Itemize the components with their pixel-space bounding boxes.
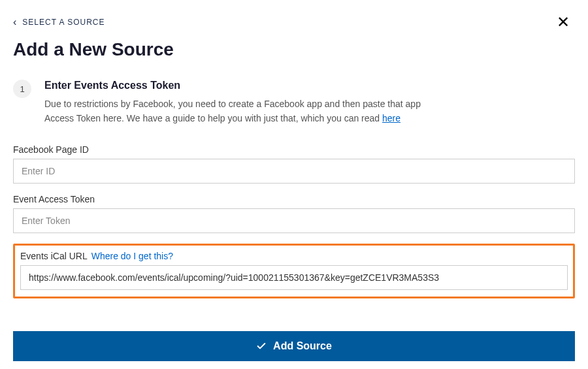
close-icon: ✕ — [557, 13, 570, 31]
access-token-label: Event Access Token — [13, 194, 575, 204]
add-source-label: Add Source — [273, 340, 332, 352]
page-title: Add a New Source — [13, 39, 575, 60]
chevron-left-icon: ‹ — [13, 17, 17, 27]
highlighted-ical-section: Events iCal URL Where do I get this? — [13, 244, 575, 298]
back-label: SELECT A SOURCE — [22, 18, 105, 27]
field-access-token: Event Access Token — [13, 194, 575, 233]
step-description: Due to restrictions by Facebook, you nee… — [44, 97, 449, 126]
check-icon — [256, 341, 267, 351]
ical-url-input[interactable] — [20, 265, 568, 290]
field-facebook-page-id: Facebook Page ID — [13, 144, 575, 184]
guide-link[interactable]: here — [382, 113, 400, 123]
ical-help-link[interactable]: Where do I get this? — [91, 251, 173, 261]
close-button[interactable]: ✕ — [551, 12, 575, 33]
back-link[interactable]: ‹ SELECT A SOURCE — [13, 17, 105, 27]
ical-url-label: Events iCal URL — [20, 251, 88, 261]
page-id-input[interactable] — [13, 159, 575, 184]
page-id-label: Facebook Page ID — [13, 144, 575, 155]
step-title: Enter Events Access Token — [44, 80, 575, 91]
add-source-button[interactable]: Add Source — [13, 331, 575, 361]
step-1: 1 Enter Events Access Token Due to restr… — [13, 80, 575, 126]
access-token-input[interactable] — [13, 208, 575, 233]
step-number-badge: 1 — [13, 80, 31, 98]
